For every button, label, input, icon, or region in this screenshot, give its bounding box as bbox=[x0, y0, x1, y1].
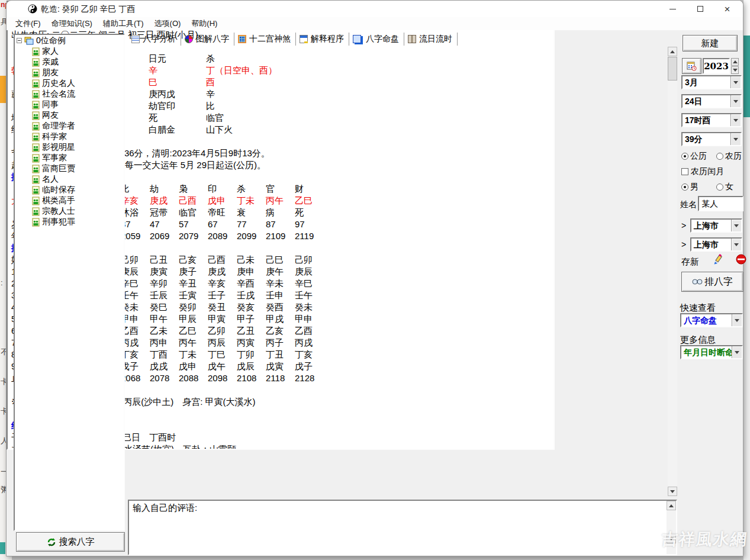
people-doc-icon bbox=[31, 111, 40, 120]
province-select[interactable]: 上海市 bbox=[690, 218, 742, 233]
people-doc-icon bbox=[31, 207, 40, 216]
ban-icon[interactable] bbox=[736, 254, 746, 265]
dropdown-arrow-icon[interactable] bbox=[730, 95, 741, 107]
tree-item-category[interactable]: 军事家 bbox=[15, 153, 124, 163]
menu-item[interactable]: 辅助工具(T) bbox=[98, 17, 149, 30]
tree-item-category[interactable]: 网友 bbox=[15, 110, 124, 121]
quick-view-label: 快速查看 bbox=[680, 302, 716, 314]
male-radio[interactable]: 男 bbox=[681, 182, 699, 191]
female-radio[interactable]: 女 bbox=[716, 182, 733, 191]
tree-collapse-icon[interactable] bbox=[17, 38, 22, 43]
tab-bazi-analysis[interactable]: 八字分析 bbox=[128, 33, 181, 46]
year-spin-down[interactable] bbox=[731, 66, 739, 74]
up-arrow-icon bbox=[669, 504, 674, 507]
tab-tujie-bazi[interactable]: 图解八字 bbox=[181, 33, 234, 46]
close-icon: × bbox=[725, 4, 730, 14]
scroll-up-button[interactable] bbox=[667, 501, 676, 510]
pencil-icon[interactable] bbox=[712, 254, 724, 266]
tab-jieshi[interactable]: 解释程序 bbox=[296, 33, 349, 46]
tree-item-category[interactable]: 历史名人 bbox=[15, 78, 124, 89]
people-doc-icon bbox=[31, 101, 40, 110]
background-teal-block bbox=[0, 542, 5, 554]
city-expand-arrow[interactable]: > bbox=[681, 240, 686, 249]
people-doc-icon bbox=[31, 143, 40, 152]
city-select[interactable]: 上海市 bbox=[690, 237, 742, 252]
dropdown-arrow-icon[interactable] bbox=[732, 346, 742, 358]
refresh-icon bbox=[47, 538, 56, 547]
comment-textarea[interactable]: 输入自己的评语: bbox=[128, 500, 677, 555]
month-select[interactable]: 3月 bbox=[681, 75, 742, 89]
content-scrollbar[interactable] bbox=[668, 47, 677, 496]
pai-bazi-button[interactable]: 排八字 bbox=[681, 272, 743, 292]
tree-item-category[interactable]: 亲戚 bbox=[15, 57, 124, 67]
tree-item-category[interactable]: 同事 bbox=[15, 99, 124, 110]
dropdown-arrow-icon[interactable] bbox=[731, 220, 741, 231]
year-spin-up[interactable] bbox=[731, 58, 739, 66]
dropdown-arrow-icon[interactable] bbox=[730, 133, 741, 145]
radio-icon bbox=[716, 153, 723, 160]
lunar-radio[interactable]: 农历 bbox=[716, 151, 742, 160]
tab-bazi-mingpan[interactable]: 八字命盘 bbox=[349, 33, 404, 46]
dropdown-arrow-icon[interactable] bbox=[732, 314, 742, 326]
minimize-button[interactable] bbox=[659, 1, 686, 17]
tree-item-category[interactable]: 棋类高手 bbox=[15, 195, 124, 206]
gregorian-radio[interactable]: 公历 bbox=[681, 151, 707, 160]
tree-item-category[interactable]: 名人 bbox=[15, 174, 124, 185]
tree-item-label: 同事 bbox=[42, 99, 59, 110]
tree-item-category[interactable]: 刑事犯罪 bbox=[15, 217, 124, 227]
menu-item[interactable]: 选项(O) bbox=[149, 17, 186, 30]
quick-view-select[interactable]: 八字命盘 bbox=[680, 313, 743, 327]
dropdown-arrow-icon[interactable] bbox=[731, 239, 741, 250]
close-button[interactable]: × bbox=[714, 1, 741, 17]
calendar-picker-button[interactable] bbox=[682, 58, 701, 74]
dropdown-arrow-icon[interactable] bbox=[730, 114, 741, 126]
search-bazi-button[interactable]: 搜索八字 bbox=[16, 532, 125, 552]
year-input[interactable]: 2023 bbox=[703, 58, 730, 74]
name-input[interactable]: 某人 bbox=[698, 196, 743, 211]
tree-item-category[interactable]: 社会名流 bbox=[15, 89, 124, 99]
dropdown-arrow-icon[interactable] bbox=[730, 76, 741, 88]
pie-chart-icon bbox=[185, 35, 193, 43]
tree-item-category[interactable]: 朋友 bbox=[15, 67, 124, 78]
tree-item-label: 名人 bbox=[42, 174, 59, 185]
menu-item[interactable]: 文件(F) bbox=[10, 17, 46, 30]
tree-root-0weiminli[interactable]: 0位命例 bbox=[15, 35, 124, 46]
folder-stack-icon bbox=[24, 37, 34, 45]
case-tree-panel: 0位命例 家人 亲戚 bbox=[14, 34, 125, 531]
minute-select[interactable]: 39分 bbox=[681, 132, 742, 146]
yinyang-app-icon bbox=[28, 4, 37, 14]
people-doc-icon bbox=[31, 218, 40, 227]
tree-item-category[interactable]: 影视明星 bbox=[15, 142, 124, 153]
save-new-label: 存新 bbox=[681, 256, 699, 268]
scroll-up-button[interactable] bbox=[668, 47, 677, 56]
people-doc-icon bbox=[31, 133, 40, 141]
menu-item[interactable]: 帮助(H) bbox=[186, 17, 223, 30]
tab-shier-gong[interactable]: 十二宫神煞 bbox=[234, 33, 296, 46]
scroll-down-button[interactable] bbox=[668, 487, 677, 496]
people-doc-icon bbox=[31, 90, 40, 99]
more-info-label: 更多信息 bbox=[680, 334, 716, 346]
day-select[interactable]: 24日 bbox=[681, 94, 742, 108]
tree-item-label: 影视明星 bbox=[42, 142, 75, 153]
people-doc-icon bbox=[31, 165, 40, 173]
menu-item[interactable]: 命理知识(S) bbox=[46, 17, 98, 30]
tree-item-category[interactable]: 宗教人士 bbox=[15, 206, 124, 217]
tree-item-category[interactable]: 富商巨贾 bbox=[15, 163, 124, 174]
hour-select[interactable]: 17时酉 bbox=[681, 113, 742, 127]
tree-item-category[interactable]: 家人 bbox=[15, 46, 124, 57]
more-info-select[interactable]: 年月日时断命 bbox=[680, 345, 743, 359]
leap-month-checkbox[interactable]: 农历闰月 bbox=[681, 166, 724, 177]
tree-item-label: 网友 bbox=[42, 110, 59, 121]
scroll-thumb[interactable] bbox=[668, 57, 677, 81]
province-expand-arrow[interactable]: > bbox=[681, 221, 686, 230]
maximize-button[interactable] bbox=[687, 1, 713, 17]
title-bar[interactable]: 乾造: 癸卯 乙卯 辛巳 丁酉 × bbox=[7, 1, 743, 17]
tab-liuri-liushi[interactable]: 流日流时 bbox=[404, 33, 458, 46]
down-arrow-icon bbox=[733, 69, 738, 72]
new-case-button[interactable]: 新建 bbox=[683, 35, 738, 52]
tree-item-category[interactable]: 命理学者 bbox=[15, 121, 124, 131]
watermark-text: 吉祥風水網 bbox=[661, 529, 750, 550]
tree-item-category[interactable]: 临时保存 bbox=[15, 185, 124, 195]
tree-item-label: 命理学者 bbox=[42, 121, 75, 131]
tree-item-category[interactable]: 科学家 bbox=[15, 131, 124, 142]
